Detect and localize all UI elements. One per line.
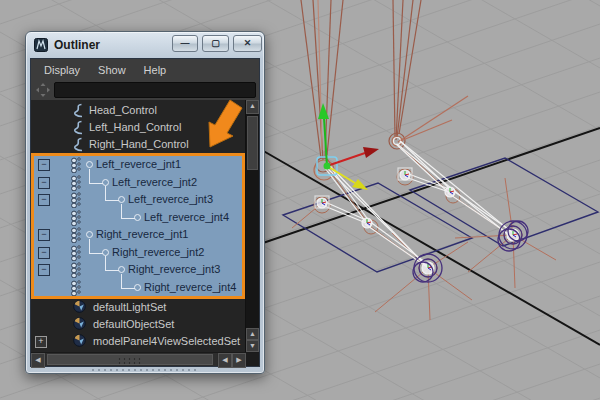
- joint-icon: [70, 262, 82, 278]
- object-set-icon: [73, 334, 86, 347]
- tree-node-dot: [134, 214, 141, 221]
- outliner-item-head_control[interactable]: Head_Control: [31, 102, 245, 119]
- title-bar[interactable]: Outliner — ▢ ✕: [26, 32, 264, 58]
- outliner-search-input[interactable]: [54, 82, 256, 98]
- joint-icon: [70, 192, 82, 208]
- collapse-toggle[interactable]: −: [38, 264, 50, 276]
- outliner-item-left_hand_control[interactable]: Left_Hand_Control: [31, 119, 245, 136]
- search-row: [31, 80, 259, 100]
- tree-connector: [105, 256, 119, 271]
- annotation-highlight-box: − Left_reverce_jnt1− Left_reverce_jnt2− …: [31, 153, 245, 299]
- joint-icon: [70, 210, 82, 226]
- outliner-item-defaultobjectset[interactable]: defaultObjectSet: [31, 316, 245, 333]
- tree-connector: [89, 239, 103, 254]
- vertical-scrollbar[interactable]: ▲ ▲ ▼: [245, 100, 259, 352]
- scroll-up-icon[interactable]: ▲: [246, 100, 259, 114]
- collapse-toggle[interactable]: −: [38, 229, 50, 241]
- menu-display[interactable]: Display: [35, 64, 89, 76]
- vertical-scroll-thumb[interactable]: [247, 116, 258, 170]
- item-label: Left_reverce_jnt2: [112, 176, 197, 188]
- collapse-toggle[interactable]: −: [38, 194, 50, 206]
- item-label: Head_Control: [89, 104, 157, 116]
- menu-bar: DisplayShowHelp: [31, 59, 259, 80]
- joint-icon: [70, 280, 82, 296]
- outliner-item-defaultlightset[interactable]: defaultLightSet: [31, 299, 245, 316]
- object-set-icon: [73, 317, 86, 330]
- item-label: Right_reverce_jnt1: [96, 228, 188, 240]
- tree-connector: [89, 169, 103, 184]
- joint-icon: [70, 175, 82, 191]
- outliner-item-left_reverce_jnt2[interactable]: − Left_reverce_jnt2: [34, 174, 242, 192]
- horizontal-scroll-thumb[interactable]: [47, 354, 213, 365]
- item-label: Right_reverce_jnt3: [128, 263, 220, 275]
- menu-help[interactable]: Help: [135, 64, 176, 76]
- tree-node-dot: [102, 249, 109, 256]
- maya-icon: [34, 38, 48, 52]
- expand-toggle[interactable]: +: [35, 336, 47, 348]
- tree-connector: [121, 274, 135, 289]
- item-label: Left_reverce_jnt3: [128, 193, 213, 205]
- scroll-down-icon[interactable]: ▼: [246, 340, 259, 352]
- window-title: Outliner: [54, 38, 100, 52]
- collapse-toggle[interactable]: −: [38, 177, 50, 189]
- scroll-left2-icon[interactable]: ◀: [218, 353, 232, 368]
- item-label: Left_reverce_jnt4: [144, 211, 229, 223]
- horizontal-scrollbar[interactable]: ◀ ◀ ▶: [31, 352, 259, 366]
- scroll-right-icon[interactable]: ▶: [232, 353, 246, 368]
- tree-connector: [121, 204, 135, 219]
- tree-node-dot: [118, 266, 125, 273]
- close-button[interactable]: ✕: [233, 35, 262, 52]
- maximize-button[interactable]: ▢: [202, 35, 229, 52]
- nurbs-curve-icon: [71, 103, 84, 118]
- item-label: Right_Hand_Control: [89, 138, 189, 150]
- outliner-list: Head_Control Left_Hand_Control Right_Han…: [31, 100, 259, 352]
- item-label: modelPanel4ViewSelectedSet: [93, 335, 240, 347]
- outliner-client-area: DisplayShowHelp Head_Control Left_Hand_C…: [30, 58, 260, 367]
- screenshot-stage: Outliner — ▢ ✕ DisplayShowHelp: [0, 0, 600, 400]
- tree-node-dot: [134, 284, 141, 291]
- scroll-left-icon[interactable]: ◀: [31, 353, 45, 368]
- item-label: Left_reverce_jnt1: [96, 158, 181, 170]
- collapse-toggle[interactable]: −: [38, 247, 50, 259]
- tree-connector: [105, 186, 119, 201]
- object-set-icon: [73, 300, 86, 313]
- outliner-item-right_reverce_jnt2[interactable]: − Right_reverce_jnt2: [34, 244, 242, 262]
- horizontal-scroll-track[interactable]: [46, 353, 217, 366]
- resize-grip[interactable]: [90, 368, 200, 372]
- outliner-item-right_hand_control[interactable]: Right_Hand_Control: [31, 136, 245, 153]
- scrollbar-corner: [246, 353, 259, 366]
- item-label: Left_Hand_Control: [89, 121, 181, 133]
- outliner-item-modelpanel4viewselectedset[interactable]: + modelPanel4ViewSelectedSet: [31, 333, 245, 350]
- item-label: Right_reverce_jnt2: [112, 246, 204, 258]
- scroll-up2-icon[interactable]: ▲: [246, 328, 259, 340]
- filter-icon[interactable]: [34, 82, 52, 98]
- outliner-item-left_reverce_jnt4[interactable]: Left_reverce_jnt4: [34, 209, 242, 227]
- outliner-item-right_reverce_jnt4[interactable]: Right_reverce_jnt4: [34, 279, 242, 297]
- menu-show[interactable]: Show: [89, 64, 135, 76]
- outliner-item-right_reverce_jnt1[interactable]: − Right_reverce_jnt1: [34, 226, 242, 244]
- tree-node-dot: [118, 196, 125, 203]
- vertical-scroll-track[interactable]: [246, 114, 259, 328]
- tree-node-dot: [86, 161, 93, 168]
- outliner-item-right_reverce_jnt3[interactable]: − Right_reverce_jnt3: [34, 261, 242, 279]
- outliner-rows: Head_Control Left_Hand_Control Right_Han…: [31, 100, 245, 352]
- tree-node-dot: [86, 231, 93, 238]
- outliner-item-left_reverce_jnt3[interactable]: − Left_reverce_jnt3: [34, 191, 242, 209]
- nurbs-curve-icon: [71, 120, 84, 135]
- item-label: Right_reverce_jnt4: [144, 281, 236, 293]
- joint-icon: [70, 245, 82, 261]
- item-label: defaultLightSet: [93, 301, 166, 313]
- collapse-toggle[interactable]: −: [38, 159, 50, 171]
- outliner-window[interactable]: Outliner — ▢ ✕ DisplayShowHelp: [25, 31, 265, 374]
- joint-icon: [70, 157, 82, 173]
- item-label: defaultObjectSet: [93, 318, 174, 330]
- nurbs-curve-icon: [71, 137, 84, 152]
- outliner-item-left_reverce_jnt1[interactable]: − Left_reverce_jnt1: [34, 156, 242, 174]
- minimize-button[interactable]: —: [172, 35, 198, 52]
- manipulator-center-dot[interactable]: [324, 163, 331, 170]
- tree-node-dot: [102, 179, 109, 186]
- joint-icon: [70, 227, 82, 243]
